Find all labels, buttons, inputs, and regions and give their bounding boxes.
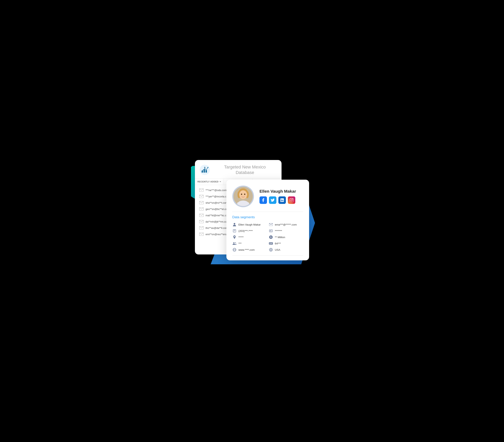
- email-text: da**mh@jk**rm.com: [206, 220, 229, 223]
- person-icon: [232, 222, 237, 227]
- data-item-phone: (203)***-****: [232, 229, 267, 233]
- profile-info: Ellen Vaugh Makar: [259, 189, 303, 204]
- data-value-revenue: ** Million: [275, 236, 285, 239]
- email-text: tho**as@da**il.com: [206, 227, 228, 230]
- data-value-website: www.****.com: [238, 248, 255, 251]
- email-list-icon: [199, 195, 204, 198]
- chevron-down-icon: [219, 181, 221, 182]
- svg-point-36: [235, 242, 236, 243]
- zip-icon: ZIP: [269, 241, 273, 246]
- globe-icon: [269, 248, 273, 252]
- svg-rect-24: [237, 202, 249, 206]
- email-list-icon: [199, 207, 204, 211]
- database-card-header: $ Targeted New Mexico Database: [195, 160, 282, 178]
- profile-top: Ellen Vaugh Makar: [232, 186, 303, 212]
- svg-point-22: [244, 194, 245, 195]
- data-item-name: Ellen Vaugh Makar: [232, 222, 267, 227]
- phone-icon: [232, 229, 237, 233]
- avatar-inner: [234, 187, 253, 206]
- email-list-icon: [199, 233, 204, 236]
- dollar-icon: $: [269, 235, 273, 239]
- social-icons: [259, 196, 303, 204]
- email-list-icon: [199, 201, 204, 204]
- svg-point-6: [208, 167, 209, 168]
- email-list-icon: [199, 220, 204, 223]
- id-icon: [269, 229, 273, 233]
- data-item-revenue: $ ** Million: [269, 235, 303, 239]
- email-list-icon: [199, 189, 204, 192]
- data-item-country: USA: [269, 248, 303, 252]
- facebook-icon[interactable]: [259, 196, 267, 204]
- svg-rect-27: [233, 230, 236, 232]
- filter-recently-added[interactable]: RECENTLY ADDED: [195, 178, 224, 185]
- svg-point-35: [233, 242, 234, 244]
- email-text: ***ne***@ods.com: [206, 189, 227, 192]
- location-icon: [232, 235, 237, 239]
- data-value-employees: ***: [238, 242, 242, 245]
- data-value-zip: 64***: [275, 242, 281, 245]
- email-list-icon: [199, 214, 204, 217]
- email-icon: [269, 222, 273, 227]
- profile-name: Ellen Vaugh Makar: [259, 189, 303, 194]
- twitter-icon[interactable]: [269, 196, 276, 204]
- email-text: sha**on@ro**t.com: [206, 201, 228, 204]
- data-segments-title: Data segments: [232, 215, 303, 219]
- web-icon: [232, 248, 237, 252]
- svg-text:$: $: [204, 166, 206, 169]
- bottom-divider: [232, 255, 303, 256]
- email-list-icon: [199, 226, 204, 230]
- data-value-name: Ellen Vaugh Makar: [238, 223, 261, 226]
- data-item-zip: ZIP 64***: [269, 241, 303, 246]
- filter-recently-added-label: RECENTLY ADDED: [198, 180, 218, 183]
- data-item-id: *******: [269, 229, 303, 233]
- svg-point-32: [270, 230, 271, 231]
- zip-badge: ZIP: [269, 242, 273, 245]
- svg-point-25: [234, 223, 235, 225]
- data-value-id: *******: [275, 230, 282, 232]
- svg-rect-5: [206, 170, 207, 173]
- svg-rect-31: [269, 230, 272, 232]
- data-grid: Ellen Vaugh Makar ema***@*****.com (203)…: [232, 222, 303, 252]
- profile-card: Ellen Vaugh Makar: [226, 180, 309, 260]
- avatar: [232, 186, 254, 207]
- data-value-country: USA: [275, 248, 280, 251]
- data-item-website: www.****.com: [232, 248, 267, 252]
- data-item-location: *****: [232, 235, 267, 239]
- avatar-image: [234, 187, 253, 206]
- instagram-icon[interactable]: [288, 196, 295, 204]
- svg-rect-4: [204, 169, 205, 173]
- scene: $ Targeted New Mexico Database RECENTLY …: [195, 160, 309, 282]
- svg-point-21: [241, 194, 242, 195]
- linkedin-icon[interactable]: [278, 196, 286, 204]
- data-value-phone: (203)***-****: [238, 230, 253, 232]
- data-value-email: ema***@*****.com: [275, 223, 297, 226]
- svg-point-20: [239, 190, 247, 199]
- data-segments-section: Data segments Ellen Vaugh Makar ema***@*…: [232, 212, 303, 256]
- svg-rect-3: [202, 171, 203, 173]
- group-icon: [232, 241, 237, 246]
- dollar-symbol: $: [269, 235, 273, 239]
- data-item-employees: ***: [232, 241, 267, 246]
- database-title: Targeted New Mexico Database: [213, 164, 277, 175]
- logo-icon: $: [200, 165, 210, 175]
- data-value-location: *****: [238, 236, 244, 239]
- email-text: geo**sn@bc**el.com: [206, 208, 229, 211]
- data-item-email: ema***@*****.com: [269, 222, 303, 227]
